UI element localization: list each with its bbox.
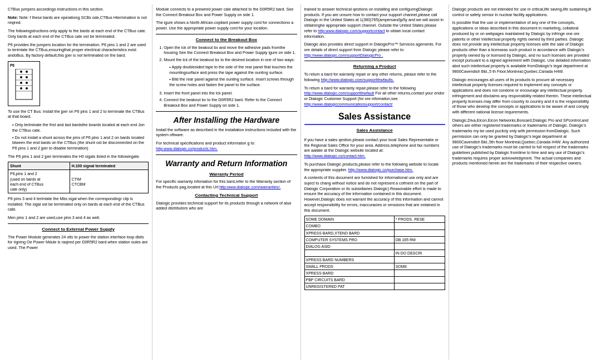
divider4 [156,154,297,155]
column-3: trained to answer technical qestions on … [301,4,449,360]
table-row: COMBO [304,223,445,230]
col3-para1: trained to answer technical qestions on … [304,7,445,39]
col1-bullets: Only terlminate the first and last bards… [8,122,149,151]
table-header-signal: H.100 signal terminated [70,162,149,170]
svg-point-7 [20,76,22,78]
sales-assistance-sub: Sales Assistance [304,128,445,134]
table-row: XPRESS BARD [304,270,445,277]
svg-point-9 [20,82,22,84]
column-1: CTBus jumpers accordingo instructions in… [4,4,152,360]
dialogic-pro-header: Dialogic also provides direct support in… [304,42,445,58]
support-contact-link: http:www.dialogic.com/supportcontact [318,28,385,33]
table-row: XPRESS BARD,XTEND BARD [304,230,445,236]
return-link1: http://www.dialogic.com/supportthwfaults… [321,77,393,82]
step-2: Mount the lck of the beakout bx to the d… [164,57,297,88]
col1-para3: P6 provides the jumpers location for the… [8,42,149,58]
return-link2: http://www.dialogiccommunicationsupport/… [304,102,393,107]
table-row: DIALOG ASID [304,243,445,250]
step-1: Open the lck of the beakout bx and reove… [164,45,297,56]
after-installing-title: After Installing the Hardware [156,115,297,126]
step-2b: Bild the rear panel against the ounting … [169,77,297,87]
table-row: COMPUTER SYSTEMS PRODB 165 RM [304,236,445,243]
support-para: Dialogic provides technical support for … [156,201,297,211]
col4-para2: Is possible that the use or implementati… [452,20,593,74]
sales-assistance-section: Sales Assistance Sales Assistance [304,111,445,134]
svg-point-10 [26,82,28,84]
warranty-period-header: Warranty Period [156,172,297,178]
products-link: http:www.dialogic.co/products.htm. [156,146,218,151]
dialogic-pro-link: http://www.dialogic.com/supportDialogicP… [304,53,383,58]
return-para2: To return a bard for warranty repair,ple… [304,86,445,107]
col1-para5: P6 pins 3 and 4 terlmlate the Mbs sigal … [8,196,149,212]
col1-para6: Men pins 1 and 2 are used,use pins 3 and… [8,215,149,221]
after-para2: For technical specifications and product… [156,141,297,151]
h100-table: Shunt H.100 signal terminated P6,pins 1 … [8,162,149,193]
contents-para: A contents of this document are furnishe… [304,175,445,213]
contacting-support-header: Contacting Technical Support [156,193,297,199]
col4-para3: Dialogic encourages all users of its pro… [452,77,593,115]
sales-assistance-main-header: Sales Assistance [304,111,445,126]
table-row: UNREGISTERED PAT [304,283,445,290]
returning-product-header: Returning a Product [304,64,445,70]
col1-bullet2: Do not install a shunt across the pins o… [12,135,149,151]
connect-breakout-header: Connect to the Breakout Box [156,37,297,43]
small-data-table: SOME DOMAIN* PRODS. RESE COMBO XPRESS BA… [304,216,445,290]
svg-point-12 [26,87,28,89]
col2-para1: Module connects to a prewired power cale… [156,7,297,17]
table-row: IN DO DESCRI [304,250,445,256]
step-2a: Apply doublesided tape to the side of th… [169,64,297,75]
sales-para: If you have a sales qestion,please conta… [304,137,445,159]
col1-note: Note: Note: f these bards are operationg… [8,15,149,26]
col4-para1: Dialogic products are not intended for u… [452,7,593,17]
col1-pins-note: To use the CT Bus: Install the jper on P… [8,109,149,119]
svg-point-8 [26,76,28,78]
warranty-title: Warranty and Return Information [156,158,297,169]
table-row: P6,pins 1 and 2(used on bards ateach end… [8,170,149,193]
divider3 [156,111,297,112]
connect-power-header: Connect to External Power Supply [8,227,149,233]
col1-para2: The followingstructions only apply to th… [8,28,149,39]
p6-diagram: P6 [8,61,40,106]
step-3: Insert the front panel into the lck pane… [164,91,297,96]
column-4: Dialogic products are not intended for u… [449,4,597,360]
purchase-link: http://www.dialogic.co/purchase.htm. [348,167,413,172]
col1-para7: The Power Module generates 24 olts to po… [8,235,149,251]
table-row: PBP CIRCUITS BARD [304,277,445,283]
table-header-shunt: Shunt [8,162,70,170]
return-para1: To return a bard for warranty repair or … [304,72,445,82]
col1-para1: CTBus jumpers accordingo instructions in… [8,7,149,12]
column-2: Module connects to a prewired power cale… [152,4,300,360]
col2-para2: The igure shows a North African-copliant… [156,20,297,31]
col4-trademarks: Dialogic,Diva,Eicon,Eicon Networks,Bonca… [452,118,593,166]
col1-bullet1: Only terlminate the first and last bards… [12,122,149,133]
after-para1: Install the software as described in the… [156,127,297,138]
warranty-para: For specific warranty infomation for thi… [156,179,297,190]
table-row: SMALL PRODSSOME [304,263,445,270]
svg-point-5 [20,71,22,73]
divider1 [8,223,149,224]
divider2 [156,34,297,34]
col1-para4: The P6 pins 1 and 2 jper terminates the … [8,154,149,159]
contact-link: http://www.dialogic.co/contact.htm. [304,153,366,158]
svg-rect-0 [16,69,32,99]
svg-point-6 [26,71,28,73]
breakout-steps: Open the lck of the beakout bx and reove… [156,45,297,108]
svg-point-11 [20,87,22,89]
warranty-link: http:www.dialogic.com/warranties/. [219,185,280,190]
step-4: Connect the beakout bx to the D0R5R2 bar… [164,97,297,108]
table-row: SOME DOMAIN* PRODS. RESE [304,216,445,223]
divider5 [304,61,445,61]
table-row: XPRESS BARD NUMBERS [304,256,445,263]
purchase-para: To purchase Dialogic products,please ref… [304,162,445,172]
